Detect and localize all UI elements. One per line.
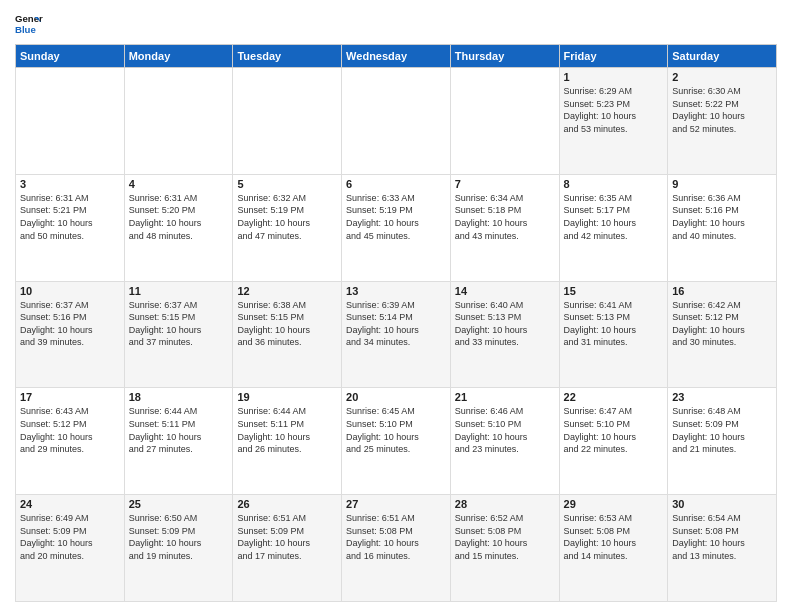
- day-info: Sunrise: 6:37 AM Sunset: 5:15 PM Dayligh…: [129, 299, 229, 349]
- day-number: 21: [455, 391, 555, 403]
- weekday-header-wednesday: Wednesday: [342, 45, 451, 68]
- calendar-cell: 2Sunrise: 6:30 AM Sunset: 5:22 PM Daylig…: [668, 68, 777, 175]
- day-number: 16: [672, 285, 772, 297]
- weekday-header-sunday: Sunday: [16, 45, 125, 68]
- day-info: Sunrise: 6:48 AM Sunset: 5:09 PM Dayligh…: [672, 405, 772, 455]
- calendar-cell: 3Sunrise: 6:31 AM Sunset: 5:21 PM Daylig…: [16, 174, 125, 281]
- day-number: 26: [237, 498, 337, 510]
- calendar-cell: 29Sunrise: 6:53 AM Sunset: 5:08 PM Dayli…: [559, 495, 668, 602]
- calendar-cell: 19Sunrise: 6:44 AM Sunset: 5:11 PM Dayli…: [233, 388, 342, 495]
- day-number: 20: [346, 391, 446, 403]
- day-info: Sunrise: 6:50 AM Sunset: 5:09 PM Dayligh…: [129, 512, 229, 562]
- calendar-cell: 9Sunrise: 6:36 AM Sunset: 5:16 PM Daylig…: [668, 174, 777, 281]
- calendar-week-3: 10Sunrise: 6:37 AM Sunset: 5:16 PM Dayli…: [16, 281, 777, 388]
- weekday-header-tuesday: Tuesday: [233, 45, 342, 68]
- day-number: 29: [564, 498, 664, 510]
- day-number: 2: [672, 71, 772, 83]
- svg-text:Blue: Blue: [15, 24, 36, 35]
- day-number: 17: [20, 391, 120, 403]
- calendar-cell: 12Sunrise: 6:38 AM Sunset: 5:15 PM Dayli…: [233, 281, 342, 388]
- calendar-cell: 25Sunrise: 6:50 AM Sunset: 5:09 PM Dayli…: [124, 495, 233, 602]
- weekday-header-friday: Friday: [559, 45, 668, 68]
- day-info: Sunrise: 6:31 AM Sunset: 5:21 PM Dayligh…: [20, 192, 120, 242]
- calendar-week-2: 3Sunrise: 6:31 AM Sunset: 5:21 PM Daylig…: [16, 174, 777, 281]
- calendar-cell: 4Sunrise: 6:31 AM Sunset: 5:20 PM Daylig…: [124, 174, 233, 281]
- calendar-cell: 11Sunrise: 6:37 AM Sunset: 5:15 PM Dayli…: [124, 281, 233, 388]
- calendar-cell: 28Sunrise: 6:52 AM Sunset: 5:08 PM Dayli…: [450, 495, 559, 602]
- day-info: Sunrise: 6:47 AM Sunset: 5:10 PM Dayligh…: [564, 405, 664, 455]
- day-number: 22: [564, 391, 664, 403]
- day-number: 3: [20, 178, 120, 190]
- day-number: 10: [20, 285, 120, 297]
- day-number: 19: [237, 391, 337, 403]
- calendar-cell: [124, 68, 233, 175]
- calendar-cell: 24Sunrise: 6:49 AM Sunset: 5:09 PM Dayli…: [16, 495, 125, 602]
- day-number: 9: [672, 178, 772, 190]
- day-info: Sunrise: 6:40 AM Sunset: 5:13 PM Dayligh…: [455, 299, 555, 349]
- calendar-week-1: 1Sunrise: 6:29 AM Sunset: 5:23 PM Daylig…: [16, 68, 777, 175]
- calendar-cell: 8Sunrise: 6:35 AM Sunset: 5:17 PM Daylig…: [559, 174, 668, 281]
- calendar-cell: 26Sunrise: 6:51 AM Sunset: 5:09 PM Dayli…: [233, 495, 342, 602]
- calendar-cell: 30Sunrise: 6:54 AM Sunset: 5:08 PM Dayli…: [668, 495, 777, 602]
- calendar-week-5: 24Sunrise: 6:49 AM Sunset: 5:09 PM Dayli…: [16, 495, 777, 602]
- calendar-cell: [342, 68, 451, 175]
- day-info: Sunrise: 6:34 AM Sunset: 5:18 PM Dayligh…: [455, 192, 555, 242]
- day-info: Sunrise: 6:35 AM Sunset: 5:17 PM Dayligh…: [564, 192, 664, 242]
- calendar-week-4: 17Sunrise: 6:43 AM Sunset: 5:12 PM Dayli…: [16, 388, 777, 495]
- day-number: 25: [129, 498, 229, 510]
- day-info: Sunrise: 6:42 AM Sunset: 5:12 PM Dayligh…: [672, 299, 772, 349]
- day-number: 15: [564, 285, 664, 297]
- day-number: 12: [237, 285, 337, 297]
- day-info: Sunrise: 6:54 AM Sunset: 5:08 PM Dayligh…: [672, 512, 772, 562]
- day-number: 11: [129, 285, 229, 297]
- calendar-cell: 5Sunrise: 6:32 AM Sunset: 5:19 PM Daylig…: [233, 174, 342, 281]
- day-number: 13: [346, 285, 446, 297]
- day-number: 5: [237, 178, 337, 190]
- day-number: 23: [672, 391, 772, 403]
- calendar-cell: 15Sunrise: 6:41 AM Sunset: 5:13 PM Dayli…: [559, 281, 668, 388]
- calendar-cell: 10Sunrise: 6:37 AM Sunset: 5:16 PM Dayli…: [16, 281, 125, 388]
- day-info: Sunrise: 6:36 AM Sunset: 5:16 PM Dayligh…: [672, 192, 772, 242]
- day-info: Sunrise: 6:32 AM Sunset: 5:19 PM Dayligh…: [237, 192, 337, 242]
- weekday-header-saturday: Saturday: [668, 45, 777, 68]
- calendar-cell: 13Sunrise: 6:39 AM Sunset: 5:14 PM Dayli…: [342, 281, 451, 388]
- calendar-cell: 27Sunrise: 6:51 AM Sunset: 5:08 PM Dayli…: [342, 495, 451, 602]
- calendar-body: 1Sunrise: 6:29 AM Sunset: 5:23 PM Daylig…: [16, 68, 777, 602]
- calendar-cell: 1Sunrise: 6:29 AM Sunset: 5:23 PM Daylig…: [559, 68, 668, 175]
- day-info: Sunrise: 6:45 AM Sunset: 5:10 PM Dayligh…: [346, 405, 446, 455]
- logo: General Blue: [15, 10, 43, 38]
- day-info: Sunrise: 6:30 AM Sunset: 5:22 PM Dayligh…: [672, 85, 772, 135]
- day-info: Sunrise: 6:29 AM Sunset: 5:23 PM Dayligh…: [564, 85, 664, 135]
- day-info: Sunrise: 6:44 AM Sunset: 5:11 PM Dayligh…: [129, 405, 229, 455]
- day-info: Sunrise: 6:53 AM Sunset: 5:08 PM Dayligh…: [564, 512, 664, 562]
- day-number: 30: [672, 498, 772, 510]
- day-number: 4: [129, 178, 229, 190]
- calendar-cell: 7Sunrise: 6:34 AM Sunset: 5:18 PM Daylig…: [450, 174, 559, 281]
- day-info: Sunrise: 6:46 AM Sunset: 5:10 PM Dayligh…: [455, 405, 555, 455]
- calendar-cell: 21Sunrise: 6:46 AM Sunset: 5:10 PM Dayli…: [450, 388, 559, 495]
- calendar-cell: 18Sunrise: 6:44 AM Sunset: 5:11 PM Dayli…: [124, 388, 233, 495]
- calendar-cell: [233, 68, 342, 175]
- day-info: Sunrise: 6:41 AM Sunset: 5:13 PM Dayligh…: [564, 299, 664, 349]
- calendar-cell: 17Sunrise: 6:43 AM Sunset: 5:12 PM Dayli…: [16, 388, 125, 495]
- calendar-page: General Blue SundayMondayTuesdayWednesda…: [0, 0, 792, 612]
- day-info: Sunrise: 6:38 AM Sunset: 5:15 PM Dayligh…: [237, 299, 337, 349]
- day-number: 18: [129, 391, 229, 403]
- day-info: Sunrise: 6:52 AM Sunset: 5:08 PM Dayligh…: [455, 512, 555, 562]
- day-number: 6: [346, 178, 446, 190]
- day-number: 28: [455, 498, 555, 510]
- day-number: 24: [20, 498, 120, 510]
- day-info: Sunrise: 6:51 AM Sunset: 5:08 PM Dayligh…: [346, 512, 446, 562]
- day-info: Sunrise: 6:44 AM Sunset: 5:11 PM Dayligh…: [237, 405, 337, 455]
- calendar-cell: 22Sunrise: 6:47 AM Sunset: 5:10 PM Dayli…: [559, 388, 668, 495]
- calendar-cell: 23Sunrise: 6:48 AM Sunset: 5:09 PM Dayli…: [668, 388, 777, 495]
- page-header: General Blue: [15, 10, 777, 38]
- calendar-cell: [450, 68, 559, 175]
- weekday-header-row: SundayMondayTuesdayWednesdayThursdayFrid…: [16, 45, 777, 68]
- day-info: Sunrise: 6:31 AM Sunset: 5:20 PM Dayligh…: [129, 192, 229, 242]
- day-info: Sunrise: 6:49 AM Sunset: 5:09 PM Dayligh…: [20, 512, 120, 562]
- day-number: 27: [346, 498, 446, 510]
- day-number: 14: [455, 285, 555, 297]
- day-info: Sunrise: 6:43 AM Sunset: 5:12 PM Dayligh…: [20, 405, 120, 455]
- weekday-header-thursday: Thursday: [450, 45, 559, 68]
